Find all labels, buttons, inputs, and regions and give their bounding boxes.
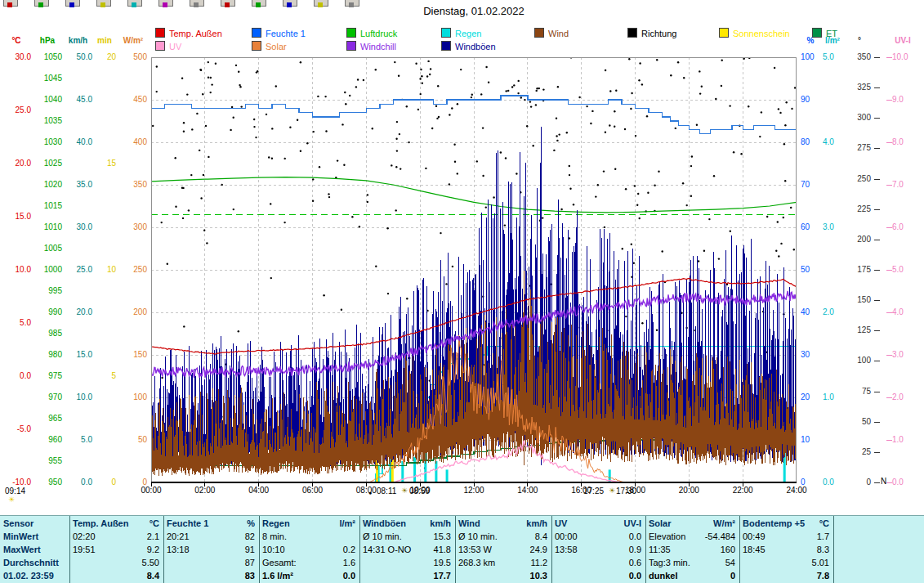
direction-dot	[721, 85, 722, 87]
direction-dot	[451, 107, 453, 109]
table-column-5: Windkm/hØ 10 min.8.413:53 W24.9268.3 km1…	[455, 516, 551, 583]
direction-dot	[635, 135, 636, 137]
table-cell-value: 0.2	[343, 544, 355, 555]
legend-label: Regen	[455, 29, 481, 38]
direction-dot	[759, 136, 761, 137]
sunrise-time: 08:59	[409, 487, 430, 496]
toolbar-icon[interactable]	[34, 0, 49, 7]
axis-tick-label-hpa: 1000	[33, 265, 62, 275]
legend-color-swatch	[155, 28, 165, 38]
axis-tick-label-uvi: 0.0	[892, 478, 913, 487]
table-cell-label: Gesamt:	[262, 557, 297, 568]
table-cell-label: 8 min.	[262, 531, 287, 542]
direction-dot	[566, 132, 568, 133]
direction-dot	[419, 78, 421, 79]
sunset-icon: ☀	[609, 487, 615, 496]
direction-dot	[783, 217, 784, 218]
axis-tick-mark-deg	[874, 270, 880, 271]
direction-dot	[614, 168, 616, 170]
axis-tick-label-hpa: 955	[33, 456, 62, 466]
direction-dot	[230, 129, 231, 131]
direction-dot	[480, 93, 482, 95]
table-header-name: Temp. Außen	[73, 518, 128, 529]
table-cell-label: 00:00	[555, 531, 578, 542]
direction-dot	[748, 105, 749, 107]
table-cell-value: -54.484	[705, 531, 735, 542]
legend-item-regen[interactable]: Regen	[441, 28, 481, 38]
toolbar-icon[interactable]	[65, 0, 80, 7]
legend-item-feuchte-1[interactable]: Feuchte 1	[252, 28, 306, 38]
moon-icon: ●	[368, 488, 372, 497]
legend-item-sonnenschein[interactable]: Sonnenschein	[719, 28, 790, 38]
direction-dot	[784, 124, 786, 126]
axis-tick-label-temp: 0.0	[2, 371, 31, 381]
direction-dot	[590, 123, 591, 124]
axis-tick-label-hpa: 1015	[33, 201, 62, 211]
axis-tick-label-lm2: 2.0	[823, 307, 842, 317]
axis-tick-label-deg: 100	[848, 356, 871, 365]
legend-item-solar[interactable]: Solar	[252, 41, 287, 51]
direction-dot	[417, 109, 419, 110]
axis-tick-label-hpa: 960	[33, 435, 62, 445]
direction-dot	[780, 243, 782, 244]
direction-dot	[500, 151, 502, 153]
table-divider	[645, 516, 646, 583]
sunrise-icon: ☀	[401, 487, 408, 496]
direction-dot	[778, 255, 779, 257]
direction-dot	[529, 101, 531, 102]
table-cell-value: 83	[245, 570, 255, 581]
table-row-label: MaxWert	[3, 544, 41, 555]
axis-tick-label-uvi: 9.0	[892, 95, 913, 105]
axis-tick-label-pct: 60	[801, 222, 820, 232]
table-cell-value: 0.6	[629, 557, 641, 568]
axis-tick-mark-deg	[874, 452, 880, 453]
axis-tick-mark-deg	[874, 361, 880, 361]
direction-dot	[569, 174, 570, 176]
direction-dot	[729, 105, 730, 106]
direction-dot	[239, 86, 241, 87]
table-header-name: Windböen	[363, 518, 406, 529]
direction-dot	[200, 197, 202, 199]
direction-dot	[506, 90, 507, 92]
legend-item-wind[interactable]: Wind	[534, 28, 569, 38]
direction-dot	[183, 122, 185, 123]
toolbar-icon[interactable]	[96, 0, 111, 7]
direction-dot	[614, 110, 615, 112]
series-regen-bars-bar	[435, 461, 437, 482]
table-divider	[163, 516, 164, 583]
direction-dot	[445, 283, 447, 285]
toolbar-icon[interactable]	[127, 0, 142, 7]
direction-dot	[690, 195, 692, 197]
axis-tick-label-hpa: 1010	[33, 222, 62, 232]
direction-dot	[270, 203, 271, 204]
legend-label: Richtung	[641, 29, 676, 38]
direction-dot	[777, 221, 779, 222]
direction-dot	[790, 207, 792, 209]
direction-dot	[300, 150, 301, 152]
legend-label: Wind	[548, 29, 569, 38]
toolbar-icon[interactable]	[3, 0, 18, 7]
direction-dot	[233, 209, 234, 210]
legend-item-windchill[interactable]: Windchill	[346, 41, 396, 51]
axis-tick-label-deg: 75	[848, 387, 871, 397]
direction-dot	[556, 118, 557, 119]
legend-item-temp-aussen[interactable]: Temp. Außen	[155, 28, 222, 38]
direction-dot	[181, 78, 183, 79]
direction-dot	[699, 92, 701, 94]
axis-tick-label-temp: 25.0	[2, 105, 31, 115]
direction-dot	[421, 75, 422, 77]
direction-dot	[556, 140, 558, 141]
legend-item-luftdruck[interactable]: Luftdruck	[346, 28, 397, 38]
legend-color-swatch	[627, 28, 637, 38]
direction-dot	[355, 86, 357, 87]
table-header-unit: %	[247, 518, 255, 529]
direction-dot	[721, 60, 723, 61]
legend-item-uv[interactable]: UV	[155, 41, 181, 51]
axis-tick-label-wm2: 350	[119, 180, 147, 190]
axis-tick-label-min: 10	[93, 265, 116, 275]
legend-item-windboeen[interactable]: Windböen	[441, 41, 496, 51]
legend-item-richtung[interactable]: Richtung	[627, 28, 676, 38]
direction-dot	[284, 158, 286, 159]
table-cell-value: 15.3	[434, 531, 451, 542]
table-cell-value: 10.3	[530, 570, 547, 581]
